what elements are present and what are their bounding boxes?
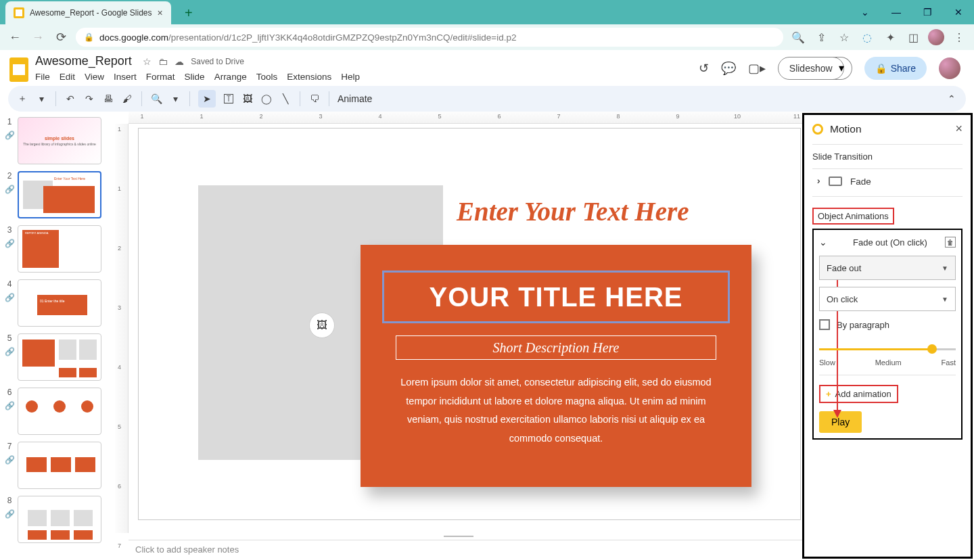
slides-favicon: [14, 7, 24, 18]
panel-title: Motion: [830, 123, 862, 135]
save-status: Saved to Drive: [191, 57, 244, 66]
minimize-icon[interactable]: —: [881, 0, 912, 24]
tab-close-icon[interactable]: ×: [158, 7, 163, 18]
menu-slide[interactable]: Slide: [185, 72, 205, 82]
back-icon[interactable]: ←: [7, 29, 23, 45]
slide-icon: [829, 177, 842, 186]
comment-add-icon[interactable]: 🗨: [308, 93, 321, 105]
document-title[interactable]: Awesome_Report: [35, 54, 132, 68]
slider-thumb[interactable]: [927, 344, 937, 354]
insert-image-icon[interactable]: 🖼: [309, 312, 335, 338]
menu-file[interactable]: File: [35, 72, 50, 82]
paint-format-icon[interactable]: 🖌: [121, 93, 133, 105]
title-box-selected[interactable]: YOUR TITLE HERE: [382, 271, 730, 323]
transition-row[interactable]: ⌄ Fade: [812, 168, 963, 193]
omnibox[interactable]: 🔒 docs.google.com/presentation/d/1c2P_lj…: [76, 28, 783, 47]
thumb-6[interactable]: [18, 388, 101, 435]
slideshow-dropdown[interactable]: ▾: [832, 57, 852, 80]
animation-trigger-select[interactable]: On click▼: [819, 287, 956, 311]
thumb-4[interactable]: 01 Enter the title: [18, 279, 101, 327]
share-button[interactable]: 🔒Share: [864, 57, 927, 80]
thumb-1[interactable]: simple slidesThe largest library of info…: [18, 117, 101, 164]
bookmark-icon[interactable]: ☆: [836, 29, 852, 45]
extensions-puzzle-icon[interactable]: ✦: [882, 29, 898, 45]
slide-title[interactable]: YOUR TITLE HERE: [429, 282, 682, 312]
animation-label: Fade out (On click): [853, 237, 927, 248]
zoom-icon[interactable]: 🔍: [150, 93, 162, 105]
close-window-icon[interactable]: ✕: [943, 0, 974, 24]
close-panel-icon[interactable]: ×: [955, 122, 963, 136]
reload-icon[interactable]: ⟳: [53, 29, 69, 45]
animate-button[interactable]: Animate: [338, 93, 372, 104]
by-paragraph-checkbox[interactable]: By paragraph: [819, 319, 956, 330]
section-object-animations: Object Animations: [812, 208, 894, 225]
slide-body[interactable]: Lorem ipsum dolor sit amet, consectetur …: [393, 373, 719, 448]
menu-view[interactable]: View: [85, 72, 104, 82]
chevron-right-icon: ⌄: [811, 177, 822, 185]
slides-logo-icon[interactable]: [9, 57, 28, 82]
menu-arrange[interactable]: Arrange: [214, 72, 247, 82]
thumb-2[interactable]: Enter Your Text Here: [18, 171, 101, 218]
toolbar: ＋▾ ↶ ↷ 🖶 🖌 🔍▾ ➤ 🅃 🖼 ◯ ╲ 🗨 Animate ⌃: [8, 86, 966, 112]
sidepanel-icon[interactable]: ◫: [905, 29, 921, 45]
animation-type-select[interactable]: Fade out▼: [819, 256, 956, 280]
zoom-dropdown[interactable]: ▾: [169, 93, 181, 105]
motion-panel: Motion × Slide Transition ⌄ Fade Object …: [802, 113, 973, 559]
image-icon[interactable]: 🖼: [241, 93, 254, 105]
menu-insert[interactable]: Insert: [114, 72, 137, 82]
account-avatar[interactable]: [939, 57, 960, 79]
forward-icon[interactable]: →: [30, 29, 46, 45]
animation-editor: ⌄ Fade out (On click) 🗑 Fade out▼ On cli…: [812, 229, 963, 440]
delete-animation-icon[interactable]: 🗑: [945, 237, 956, 248]
checkbox-icon[interactable]: [819, 319, 830, 330]
zoom-icon[interactable]: 🔍: [790, 29, 806, 45]
speed-slider[interactable]: [819, 344, 956, 354]
slide-heading[interactable]: Enter Your Text Here: [457, 196, 760, 227]
extension-icon[interactable]: ◌: [859, 29, 875, 45]
animation-row[interactable]: ⌄ Fade out (On click) 🗑: [819, 235, 956, 249]
canvas: 1 1 2 3 4 5 6 7 8 9 10 11 1 1 2 3 4 5 6: [115, 112, 802, 560]
add-animation-button[interactable]: +Add animation: [819, 385, 898, 403]
undo-icon[interactable]: ↶: [64, 93, 76, 105]
menu-extensions[interactable]: Extensions: [287, 72, 331, 82]
line-icon[interactable]: ╲: [279, 93, 292, 105]
menu-format[interactable]: Format: [146, 72, 175, 82]
lock-icon: 🔒: [875, 63, 887, 74]
move-icon[interactable]: 🗀: [158, 56, 168, 67]
menu-help[interactable]: Help: [341, 72, 360, 82]
menu-edit[interactable]: Edit: [60, 72, 75, 82]
slide[interactable]: 🖼 Enter Your Text Here YOUR TITLE HERE S…: [138, 128, 801, 520]
content-card[interactable]: YOUR TITLE HERE Short Description Here L…: [361, 245, 751, 487]
menu-tools[interactable]: Tools: [256, 72, 278, 82]
chevron-down-icon[interactable]: ⌄: [850, 0, 881, 24]
browser-tab[interactable]: Awesome_Report - Google Slides ×: [5, 1, 171, 24]
redo-icon[interactable]: ↷: [83, 93, 95, 105]
print-icon[interactable]: 🖶: [102, 93, 114, 105]
collapse-toolbar-icon[interactable]: ⌃: [946, 93, 958, 105]
present-cam-icon[interactable]: ▢▸: [748, 61, 766, 76]
motion-icon: [812, 124, 823, 135]
thumb-3[interactable]: REPORT AGENDA: [18, 225, 101, 273]
kebab-menu-icon[interactable]: ⋮: [951, 29, 967, 45]
thumb-5[interactable]: [18, 333, 101, 381]
select-tool-icon[interactable]: ➤: [198, 90, 216, 108]
shape-icon[interactable]: ◯: [260, 93, 273, 105]
new-slide-icon[interactable]: ＋: [16, 93, 28, 105]
new-tab-button[interactable]: +: [179, 3, 198, 22]
speaker-notes[interactable]: Click to add speaker notes: [129, 540, 802, 560]
app-titlebar: Awesome_Report ☆ 🗀 ☁ Saved to Drive File…: [0, 50, 974, 82]
maximize-icon[interactable]: ❐: [912, 0, 943, 24]
profile-avatar[interactable]: [928, 29, 944, 45]
chevron-down-icon[interactable]: ⌄: [819, 237, 827, 248]
thumb-8[interactable]: [18, 496, 101, 543]
new-slide-dropdown[interactable]: ▾: [35, 93, 47, 105]
cloud-icon: ☁: [175, 56, 184, 67]
share-page-icon[interactable]: ⇪: [813, 29, 829, 45]
star-icon[interactable]: ☆: [143, 56, 152, 67]
thumb-7[interactable]: [18, 442, 101, 489]
history-icon[interactable]: ↺: [699, 61, 709, 76]
ruler-vertical: 1 1 2 3 4 5 6 7: [115, 124, 129, 533]
textbox-icon[interactable]: 🅃: [223, 93, 235, 105]
description-box[interactable]: Short Description Here: [396, 335, 716, 360]
comments-icon[interactable]: 💬: [721, 61, 736, 76]
